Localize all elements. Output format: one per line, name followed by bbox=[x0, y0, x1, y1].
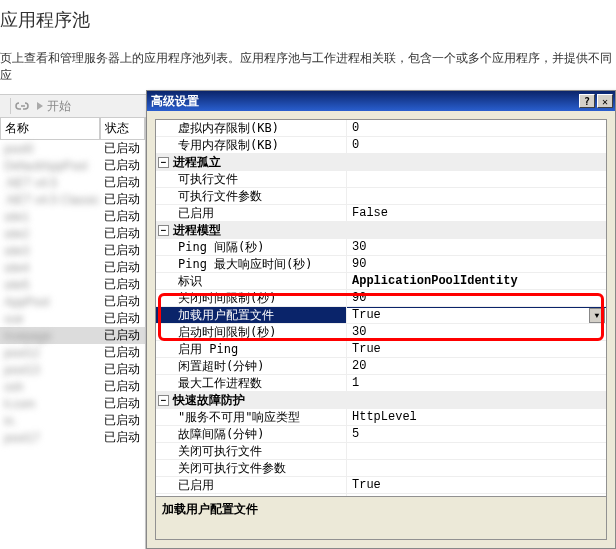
prop-ping-max-response[interactable]: Ping 最大响应时间(秒)90 bbox=[156, 256, 606, 273]
prop-enabled[interactable]: 已启用False bbox=[156, 205, 606, 222]
item-status: 已启动 bbox=[100, 259, 145, 276]
chain-icon bbox=[15, 99, 31, 113]
prop-ping-interval[interactable]: Ping 间隔(秒)30 bbox=[156, 239, 606, 256]
list-item[interactable]: .NET v4.5已启动 bbox=[0, 174, 145, 191]
item-name: site4 bbox=[0, 261, 100, 275]
description-title: 加载用户配置文件 bbox=[162, 501, 600, 518]
list-item[interactable]: pool17已启动 bbox=[0, 429, 145, 446]
prop-shutdown-executable-params[interactable]: 关闭可执行文件参数 bbox=[156, 460, 606, 477]
item-name: AppPool bbox=[0, 295, 100, 309]
prop-max-worker-processes[interactable]: 最大工作进程数1 bbox=[156, 375, 606, 392]
dialog-titlebar[interactable]: 高级设置 ? ✕ bbox=[147, 91, 615, 111]
item-status: 已启动 bbox=[100, 157, 145, 174]
item-name: truepage bbox=[0, 329, 100, 343]
prop-shutdown-time-limit[interactable]: 关闭时间限制(秒)90 bbox=[156, 290, 606, 307]
item-name: li.com bbox=[0, 397, 100, 411]
list-item[interactable]: site1已启动 bbox=[0, 208, 145, 225]
item-status: 已启动 bbox=[100, 412, 145, 429]
item-status: 已启动 bbox=[100, 327, 145, 344]
prop-shutdown-executable[interactable]: 关闭可执行文件 bbox=[156, 443, 606, 460]
category-orphaning[interactable]: −进程孤立 bbox=[156, 154, 606, 171]
item-name: site1 bbox=[0, 210, 100, 224]
list-item[interactable]: site3已启动 bbox=[0, 242, 145, 259]
prop-failure-interval[interactable]: 故障间隔(分钟)5 bbox=[156, 426, 606, 443]
item-status: 已启动 bbox=[100, 225, 145, 242]
item-status: 已启动 bbox=[100, 293, 145, 310]
item-status: 已启动 bbox=[100, 429, 145, 446]
list-item[interactable]: site4已启动 bbox=[0, 259, 145, 276]
prop-ping-enabled[interactable]: 启用 PingTrue bbox=[156, 341, 606, 358]
start-button[interactable]: 开始 bbox=[35, 98, 71, 115]
column-divider[interactable] bbox=[346, 120, 347, 511]
list-item[interactable]: li.com已启动 bbox=[0, 395, 145, 412]
description-panel: 加载用户配置文件 bbox=[155, 496, 607, 540]
list-item[interactable]: site2已启动 bbox=[0, 225, 145, 242]
category-process-model[interactable]: −进程模型 bbox=[156, 222, 606, 239]
item-status: 已启动 bbox=[100, 395, 145, 412]
column-header-status[interactable]: 状态 bbox=[100, 118, 145, 140]
column-header-name[interactable]: 名称 bbox=[0, 118, 100, 140]
item-status: 已启动 bbox=[100, 242, 145, 259]
list-item[interactable]: pool13已启动 bbox=[0, 361, 145, 378]
play-icon bbox=[35, 101, 45, 111]
item-name: site2 bbox=[0, 227, 100, 241]
item-name: .NET v4.5 Classic bbox=[0, 193, 100, 207]
item-name: site5 bbox=[0, 278, 100, 292]
app-pool-list: 名称 状态 pool0已启动DefaultAppPool已启动.NET v4.5… bbox=[0, 118, 146, 549]
collapse-icon[interactable]: − bbox=[158, 225, 169, 236]
prop-rapid-fail-enabled[interactable]: 已启用True bbox=[156, 477, 606, 494]
list-item[interactable]: truepage已启动 bbox=[0, 327, 145, 344]
item-status: 已启动 bbox=[100, 191, 145, 208]
list-item[interactable]: in.已启动 bbox=[0, 412, 145, 429]
property-grid[interactable]: 虚拟内存限制(KB)0 专用内存限制(KB)0 −进程孤立 可执行文件 可执行文… bbox=[155, 119, 607, 517]
page-description: 页上查看和管理服务器上的应用程序池列表。应用程序池与工作进程相关联，包含一个或多… bbox=[0, 32, 616, 94]
separator bbox=[10, 98, 11, 114]
item-name: osh bbox=[0, 380, 100, 394]
dialog-title: 高级设置 bbox=[151, 93, 577, 110]
item-name: pool0 bbox=[0, 142, 100, 156]
list-item[interactable]: pool0已启动 bbox=[0, 140, 145, 157]
list-item[interactable]: .NET v4.5 Classic已启动 bbox=[0, 191, 145, 208]
item-status: 已启动 bbox=[100, 140, 145, 157]
item-status: 已启动 bbox=[100, 310, 145, 327]
prop-executable[interactable]: 可执行文件 bbox=[156, 171, 606, 188]
list-item[interactable]: AppPool已启动 bbox=[0, 293, 145, 310]
collapse-icon[interactable]: − bbox=[158, 157, 169, 168]
item-name: in. bbox=[0, 414, 100, 428]
item-status: 已启动 bbox=[100, 276, 145, 293]
list-item[interactable]: DefaultAppPool已启动 bbox=[0, 157, 145, 174]
prop-load-user-profile[interactable]: 加载用户配置文件True▼ bbox=[156, 307, 606, 324]
item-name: vue bbox=[0, 312, 100, 326]
list-item[interactable]: pool12已启动 bbox=[0, 344, 145, 361]
item-name: site3 bbox=[0, 244, 100, 258]
prop-startup-time-limit[interactable]: 启动时间限制(秒)30 bbox=[156, 324, 606, 341]
prop-unavailable-response[interactable]: "服务不可用"响应类型HttpLevel bbox=[156, 409, 606, 426]
item-status: 已启动 bbox=[100, 344, 145, 361]
list-item[interactable]: vue已启动 bbox=[0, 310, 145, 327]
start-label: 开始 bbox=[47, 98, 71, 115]
prop-private-memory-limit[interactable]: 专用内存限制(KB)0 bbox=[156, 137, 606, 154]
advanced-settings-dialog: 高级设置 ? ✕ 虚拟内存限制(KB)0 专用内存限制(KB)0 −进程孤立 可… bbox=[146, 90, 616, 549]
dropdown-icon[interactable]: ▼ bbox=[589, 308, 605, 323]
item-name: DefaultAppPool bbox=[0, 159, 100, 173]
item-name: pool12 bbox=[0, 346, 100, 360]
list-item[interactable]: osh已启动 bbox=[0, 378, 145, 395]
collapse-icon[interactable]: − bbox=[158, 395, 169, 406]
page-title: 应用程序池 bbox=[0, 0, 616, 32]
item-name: pool17 bbox=[0, 431, 100, 445]
item-name: .NET v4.5 bbox=[0, 176, 100, 190]
item-status: 已启动 bbox=[100, 378, 145, 395]
prop-identity[interactable]: 标识ApplicationPoolIdentity bbox=[156, 273, 606, 290]
category-rapid-fail[interactable]: −快速故障防护 bbox=[156, 392, 606, 409]
item-status: 已启动 bbox=[100, 174, 145, 191]
list-item[interactable]: site5已启动 bbox=[0, 276, 145, 293]
item-status: 已启动 bbox=[100, 361, 145, 378]
item-status: 已启动 bbox=[100, 208, 145, 225]
prop-executable-params[interactable]: 可执行文件参数 bbox=[156, 188, 606, 205]
help-button[interactable]: ? bbox=[579, 94, 595, 108]
close-button[interactable]: ✕ bbox=[597, 94, 613, 108]
prop-virtual-memory-limit[interactable]: 虚拟内存限制(KB)0 bbox=[156, 120, 606, 137]
item-name: pool13 bbox=[0, 363, 100, 377]
prop-idle-timeout[interactable]: 闲置超时(分钟)20 bbox=[156, 358, 606, 375]
